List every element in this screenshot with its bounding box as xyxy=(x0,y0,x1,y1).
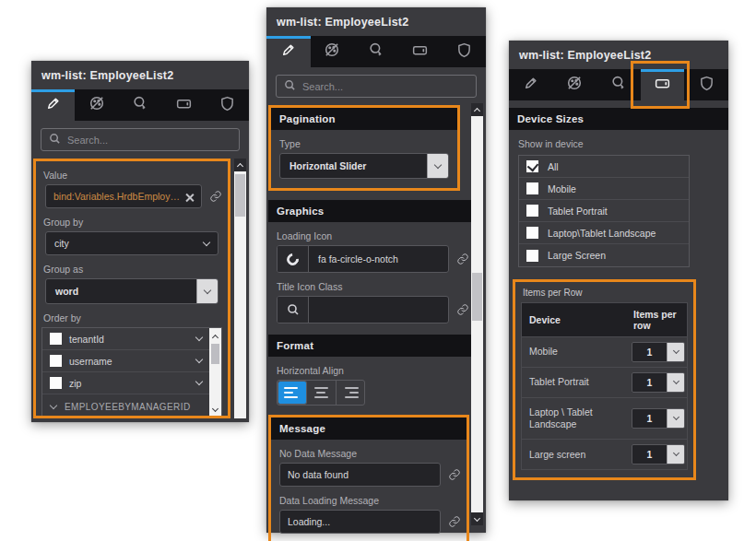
expandable-group-row[interactable]: EMPLOYEEBYMANAGERID xyxy=(42,394,209,418)
property-search[interactable] xyxy=(41,128,240,151)
chevron-down-icon[interactable] xyxy=(195,378,203,385)
no-data-message-input[interactable]: No data found xyxy=(279,463,441,487)
bind-link-icon[interactable] xyxy=(209,190,222,203)
scroll-up-button[interactable] xyxy=(471,103,483,116)
tab-security[interactable] xyxy=(206,89,249,121)
search-input[interactable] xyxy=(302,81,468,92)
checkbox-checked[interactable] xyxy=(526,160,538,172)
device-option-row[interactable]: Laptop\Tablet Landscape xyxy=(519,222,689,244)
bind-link-icon[interactable] xyxy=(456,253,469,265)
device-option-row[interactable]: All xyxy=(519,156,689,178)
chevron-down-icon[interactable] xyxy=(195,356,203,363)
scrollbar-thumb[interactable] xyxy=(235,174,245,217)
screenshot-canvas: wm-list: EmployeeList2 Value xyxy=(0,0,756,541)
type-label: Type xyxy=(279,138,449,149)
tab-security[interactable] xyxy=(442,36,486,67)
checkbox-unchecked[interactable] xyxy=(50,355,62,367)
scroll-down-button[interactable] xyxy=(471,512,483,525)
items-value: 1 xyxy=(632,343,667,361)
align-left-button[interactable] xyxy=(278,381,307,405)
dropdown-button[interactable] xyxy=(667,445,684,464)
scroll-down-icon[interactable] xyxy=(212,406,219,412)
scroll-up-icon[interactable] xyxy=(212,335,219,341)
checkbox-unchecked[interactable] xyxy=(526,227,538,239)
shield-icon xyxy=(699,76,715,95)
tab-advanced-search[interactable] xyxy=(354,36,398,67)
group-by-select[interactable]: city xyxy=(45,231,219,255)
tab-properties[interactable] xyxy=(31,89,75,121)
value-input[interactable]: bind:Variables.HrdbEmployeeData1.dat xyxy=(45,184,202,208)
scrollbar-track[interactable] xyxy=(234,171,246,418)
items-per-row-select[interactable]: 1 xyxy=(632,342,685,362)
tab-device[interactable] xyxy=(641,69,685,100)
title-icon-class-input[interactable] xyxy=(277,296,449,323)
group-as-value: word xyxy=(46,279,196,303)
panel-scrollbar[interactable] xyxy=(471,103,483,525)
scrollbar-thumb[interactable] xyxy=(472,273,482,321)
align-right-button[interactable] xyxy=(337,381,364,405)
tab-styles[interactable] xyxy=(75,89,118,121)
tab-properties[interactable] xyxy=(266,36,311,67)
chevron-down-icon xyxy=(203,238,210,245)
tab-advanced-search[interactable] xyxy=(597,69,641,100)
shield-icon xyxy=(456,42,472,62)
items-per-row-select[interactable]: 1 xyxy=(632,408,685,429)
bind-link-icon[interactable] xyxy=(448,515,461,528)
checkbox-unchecked[interactable] xyxy=(50,333,62,345)
bind-link-icon[interactable] xyxy=(456,303,469,316)
tab-advanced-search[interactable] xyxy=(118,89,161,121)
title-icon-class-value xyxy=(309,297,448,323)
checkbox-unchecked[interactable] xyxy=(50,377,62,389)
properties-content: Value bind:Variables.HrdbEmployeeData1.d… xyxy=(31,159,249,418)
tab-properties[interactable] xyxy=(509,69,553,100)
panel-title: wm-list: EmployeeList2 xyxy=(266,7,486,36)
scrollbar-track[interactable] xyxy=(471,116,483,512)
align-center-button[interactable] xyxy=(307,381,336,405)
device-cell: Mobile xyxy=(522,337,630,366)
group-as-select[interactable]: word xyxy=(45,278,219,304)
search-icon xyxy=(278,297,309,323)
dropdown-button[interactable] xyxy=(667,343,684,361)
checkbox-unchecked[interactable] xyxy=(526,205,538,217)
list-scrollbar[interactable] xyxy=(209,328,221,418)
items-per-row-select[interactable]: 1 xyxy=(632,444,685,465)
dropdown-button[interactable] xyxy=(667,409,684,428)
search-input[interactable] xyxy=(67,135,231,146)
device-option-row[interactable]: Mobile xyxy=(519,178,689,200)
tab-bar xyxy=(509,69,728,100)
clear-binding-icon[interactable] xyxy=(185,193,194,201)
tab-security[interactable] xyxy=(684,69,728,100)
data-loading-message-input[interactable]: Loading... xyxy=(279,510,441,534)
palette-icon xyxy=(89,95,105,115)
tab-styles[interactable] xyxy=(553,69,597,100)
search-star-icon xyxy=(132,95,148,115)
tab-device[interactable] xyxy=(398,36,443,67)
section-header-format: Format xyxy=(268,335,471,357)
checkbox-unchecked[interactable] xyxy=(526,182,538,194)
dropdown-button[interactable] xyxy=(667,373,684,392)
pagination-type-select[interactable]: Horizontal Slider xyxy=(279,153,449,179)
chevron-down-icon[interactable] xyxy=(195,334,203,341)
order-field-row[interactable]: zip xyxy=(42,372,209,394)
order-field-label: zip xyxy=(69,378,81,389)
pencil-icon xyxy=(45,96,61,115)
device-option-row[interactable]: Tablet Portrait xyxy=(519,200,689,222)
tab-device[interactable] xyxy=(162,89,206,121)
property-search[interactable] xyxy=(276,75,477,98)
bind-link-icon[interactable] xyxy=(448,468,461,481)
horizontal-align-label: Horizontal Align xyxy=(277,365,463,376)
tab-styles[interactable] xyxy=(311,36,355,67)
loading-icon-input[interactable]: fa fa-circle-o-notch xyxy=(277,245,449,273)
dropdown-button[interactable] xyxy=(196,279,218,303)
order-field-row[interactable]: username xyxy=(42,350,209,372)
scroll-up-button[interactable] xyxy=(234,159,246,171)
checkbox-unchecked[interactable] xyxy=(526,250,538,262)
highlight-box-value-section: Value bind:Variables.HrdbEmployeeData1.d… xyxy=(33,159,230,418)
panel-scrollbar[interactable] xyxy=(234,159,246,418)
scrollbar-thumb[interactable] xyxy=(211,344,219,364)
order-field-row[interactable]: tenantId xyxy=(42,328,209,350)
dropdown-button[interactable] xyxy=(427,154,448,178)
items-per-row-select[interactable]: 1 xyxy=(632,372,685,393)
device-option-row[interactable]: Large Screen xyxy=(519,244,689,266)
palette-icon xyxy=(566,75,583,95)
